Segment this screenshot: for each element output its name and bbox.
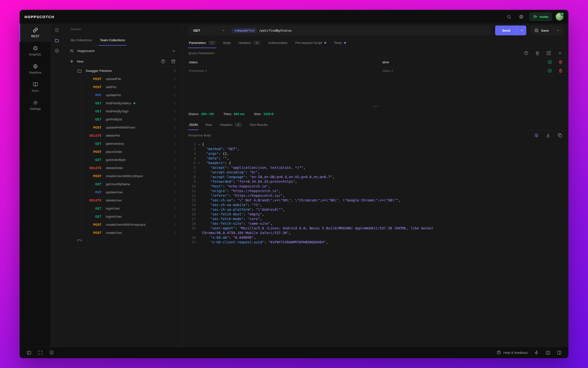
nav-item-graphql[interactable]: GraphQL [20,42,50,60]
request-tab-tests[interactable]: Tests [330,37,350,48]
request-menu-button[interactable] [172,141,177,146]
wrap-lines-button[interactable] [534,132,539,138]
request-row[interactable]: GETgetUserByName [63,180,182,188]
param-key-input[interactable] [188,60,370,64]
download-response-button[interactable] [545,132,551,138]
request-tab-authorization[interactable]: Authorization [264,37,292,48]
request-row[interactable]: DELETEdeleteOrder [63,164,182,172]
param-toggle-button[interactable] [547,60,552,65]
method-selector[interactable]: GET [188,29,230,32]
save-button[interactable]: Save [530,26,553,35]
avatar[interactable] [556,13,564,21]
request-row[interactable]: GETloginUser [63,204,182,212]
collection-folder[interactable]: Swagger Petstore [63,67,182,75]
panel-tab-environments[interactable] [52,46,61,55]
request-menu-button[interactable] [172,92,177,98]
tab-my-collections[interactable]: My Collections [67,35,96,45]
request-row[interactable]: DELETEdeleteUser [63,196,182,204]
request-row[interactable]: POSTupdatePetWithForm [63,123,182,131]
params-help-button[interactable] [523,50,529,56]
request-menu-button[interactable] [172,198,177,203]
param-key-input[interactable] [188,69,370,73]
request-row[interactable]: GETgetInventory [63,140,182,148]
import-export-button[interactable] [171,59,176,64]
search-button[interactable] [505,12,514,21]
request-row[interactable]: DELETEdeletePet [63,131,182,140]
nav-item-realtime[interactable]: Realtime [20,60,50,78]
invite-button[interactable]: Invite [529,12,552,21]
request-menu-button[interactable] [172,190,177,195]
request-menu-button[interactable] [172,222,177,227]
panel-tab-history[interactable] [52,26,61,35]
request-tab-parameters[interactable]: Parameters1 [185,37,219,48]
param-delete-button[interactable] [558,68,563,73]
request-row[interactable]: POSTcreateUsersWithArrayInput [63,221,182,229]
params-clear-all-button[interactable] [535,50,540,56]
zap-button[interactable] [532,348,541,357]
param-delete-button[interactable] [558,60,563,65]
params-bulk-edit-button[interactable] [546,50,551,56]
request-menu-button[interactable] [172,165,177,171]
tab-team-collections[interactable]: Team Collections [96,35,129,45]
response-tab-json[interactable]: JSON [185,119,202,130]
send-button[interactable]: Send [495,26,517,35]
request-row[interactable]: POSTaddPet [63,83,182,91]
nav-item-docs[interactable]: Docs [20,78,50,96]
help-feedback-button[interactable]: Help & feedback [495,350,530,355]
request-menu-button[interactable] [172,84,177,90]
param-toggle-button[interactable] [547,68,552,73]
columns-button[interactable] [543,348,552,357]
fold-toggle[interactable]: ▾ [196,161,202,165]
nav-item-settings[interactable]: Settings [20,96,50,114]
request-menu-button[interactable] [172,101,177,106]
request-row[interactable]: GETgetPetById [63,115,182,123]
request-menu-button[interactable] [172,68,177,74]
request-row[interactable]: GETgetOrderById [63,156,182,164]
request-row[interactable]: PUTupdateUser [63,188,182,196]
request-menu-button[interactable] [172,149,177,155]
request-tab-body[interactable]: Body [219,37,235,48]
new-collection-button[interactable]: New [70,59,84,64]
panel-right-button[interactable] [555,348,564,357]
shield-check-button[interactable] [47,348,56,357]
pane-resize-handle[interactable] [183,105,568,108]
request-row[interactable]: GETfindPetsByTags [63,107,182,115]
request-row[interactable]: POSTcreateUsersWithListInput [63,172,182,180]
support-button[interactable] [517,12,526,21]
request-menu-button[interactable] [172,109,177,114]
request-row[interactable]: GETlogoutUser [63,212,182,221]
request-menu-button[interactable] [172,157,177,163]
request-row[interactable]: POSTuploadFile [63,75,182,83]
request-menu-button[interactable] [172,76,177,82]
panel-left-button[interactable] [24,348,33,357]
response-tab-test-results[interactable]: Test Results [246,119,272,130]
request-menu-button[interactable] [172,214,177,219]
fold-toggle[interactable]: ▾ [196,142,202,147]
request-tab-pre-request-script[interactable]: Pre-request Script [291,37,330,48]
nav-item-rest[interactable]: REST [20,24,50,42]
request-menu-button[interactable] [172,173,177,179]
collection-folder-partial[interactable] [63,237,182,241]
collections-help-button[interactable] [160,59,166,64]
url-input[interactable]: <<baseUrl>> /pet/findByStatus [230,28,292,33]
request-row[interactable]: POSTcreateUser [63,229,182,237]
request-menu-button[interactable] [172,117,177,122]
save-options-button[interactable] [553,26,563,35]
panel-tab-collections[interactable] [52,36,61,45]
request-menu-button[interactable] [172,125,177,130]
request-tab-headers[interactable]: Headers2 [235,37,264,48]
response-tab-raw[interactable]: Raw [202,119,216,130]
team-selector[interactable]: Hoppscotch [63,46,182,56]
search-input[interactable] [70,27,175,31]
response-tab-headers[interactable]: Headers2 [216,119,246,130]
param-value-input[interactable] [382,60,530,64]
request-menu-button[interactable] [172,133,177,138]
request-menu-button[interactable] [172,182,177,187]
request-row[interactable]: GETfindPetsByStatus [63,99,182,107]
code-editor[interactable]: 1▾{2 "method": "GET",3 "args": {},4 "dat… [183,140,568,347]
params-add-button[interactable] [557,50,563,56]
send-options-button[interactable] [517,26,526,35]
request-menu-button[interactable] [172,206,177,211]
maximize-button[interactable] [36,348,45,357]
request-row[interactable]: POSTplaceOrder [63,148,182,156]
